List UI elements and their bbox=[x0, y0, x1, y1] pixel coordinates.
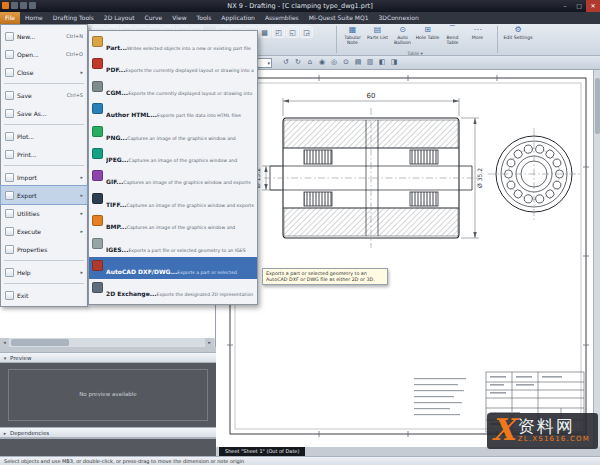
half-shade-right-icon[interactable]: ◨ bbox=[388, 56, 400, 69]
menu-separator bbox=[4, 124, 84, 125]
menu-view[interactable]: View bbox=[167, 12, 191, 24]
export-item-part[interactable]: Part...Writes selected objects into a ne… bbox=[89, 33, 257, 55]
tabular-note-button[interactable]: ▦ Tabular Note bbox=[340, 25, 365, 51]
undo-view-icon[interactable]: ↺ bbox=[280, 56, 292, 69]
view-quadrant-2-icon[interactable]: ◱ bbox=[286, 26, 299, 38]
menu-item-execute[interactable]: Execute ▸ bbox=[1, 222, 87, 240]
exit-icon bbox=[5, 291, 14, 300]
horizontal-scrollbar-thumb[interactable] bbox=[11, 339, 69, 346]
export-item-pdf[interactable]: PDF...Exports the currently displayed la… bbox=[89, 55, 257, 77]
window-controls: – □ ✕ bbox=[558, 0, 600, 12]
export-item-autocad-dxf-dwg[interactable]: AutoCAD DXF/DWG...Exports a part or sele… bbox=[89, 257, 257, 279]
view-quadrant-3-icon[interactable]: ◲ bbox=[300, 26, 313, 38]
help-icon bbox=[5, 268, 14, 277]
scroll-left-icon[interactable]: ◂ bbox=[0, 338, 9, 347]
menu-item-label: Save As... bbox=[17, 110, 81, 117]
table-group-buttons: ▦ Tabular Note ▤ Parts List ⊙ Auto Ballo… bbox=[340, 25, 490, 51]
menu-tools[interactable]: Tools bbox=[192, 12, 217, 24]
auto-balloon-button[interactable]: ⊙ Auto Balloon bbox=[390, 25, 415, 51]
more-button[interactable]: ⋯ More bbox=[465, 25, 490, 51]
menu-application[interactable]: Application bbox=[216, 12, 260, 24]
drafting-sheet[interactable]: 60 Ø 35.2 Ø 15.2 bbox=[216, 70, 600, 447]
auto-balloon-icon: ⊙ bbox=[390, 25, 415, 35]
menu-3dconnexion[interactable]: 3DConnexion bbox=[374, 12, 424, 24]
gif-icon bbox=[92, 170, 103, 181]
menu-item-export[interactable]: Export ▸ bbox=[1, 186, 87, 204]
watermark-site: ZL.XS1616.COM bbox=[518, 435, 590, 443]
scroll-right-icon[interactable]: ▸ bbox=[205, 338, 214, 347]
bend-table-label: Bend Table bbox=[440, 35, 465, 45]
menu-item-print[interactable]: Print... bbox=[1, 145, 87, 163]
vertical-scrollbar-thumb[interactable] bbox=[595, 78, 600, 134]
auto-balloon-label: Auto Balloon bbox=[390, 35, 415, 45]
export-item-cgm[interactable]: CGM...Exports the currently displayed la… bbox=[89, 78, 257, 100]
menu-file[interactable]: File bbox=[0, 12, 20, 24]
menu-item-import[interactable]: Import ▸ bbox=[1, 168, 87, 186]
section-view[interactable] bbox=[264, 108, 478, 248]
maximize-button[interactable]: □ bbox=[572, 0, 586, 12]
menu-item-new[interactable]: New... Ctrl+N bbox=[1, 27, 87, 45]
hole-table-button[interactable]: ⊞ Hole Table bbox=[415, 25, 440, 51]
menu-item-close[interactable]: Close ▸ bbox=[1, 63, 87, 81]
vertical-scrollbar[interactable] bbox=[593, 70, 600, 447]
menu-item-label: Execute bbox=[17, 228, 78, 235]
horizontal-scrollbar[interactable]: ◂ ▸ bbox=[0, 338, 216, 347]
display-mode-icon[interactable]: ▥ bbox=[364, 56, 376, 69]
half-shade-icon[interactable]: ◧ bbox=[376, 56, 388, 69]
menu-2d-layout[interactable]: 2D Layout bbox=[99, 12, 140, 24]
gear-icon: ⚙ bbox=[502, 25, 534, 35]
export-item-author-html[interactable]: Author HTML...Exports part file data int… bbox=[89, 100, 257, 122]
redo-view-icon[interactable]: ↻ bbox=[292, 56, 304, 69]
export-item-bmp[interactable]: BMP...Captures an image of the graphics … bbox=[89, 212, 257, 234]
menu-item-exit[interactable]: Exit bbox=[1, 286, 87, 304]
bend-table-button[interactable]: ⌒ Bend Table bbox=[440, 25, 465, 51]
dimension-length[interactable]: 60 bbox=[367, 92, 376, 100]
fit-view-icon[interactable]: ◉ bbox=[316, 56, 328, 69]
menu-separator bbox=[4, 283, 84, 284]
menu-item-label: Properties bbox=[17, 246, 81, 253]
layer-icon[interactable]: ▤ bbox=[352, 56, 364, 69]
collapse-icon: ▾ bbox=[0, 353, 10, 363]
menu-drafting-tools[interactable]: Drafting Tools bbox=[48, 12, 99, 24]
export-item-png[interactable]: PNG...Captures an image of the graphics … bbox=[89, 123, 257, 145]
menu-item-help[interactable]: Help ▸ bbox=[1, 263, 87, 281]
menu-assemblies[interactable]: Assemblies bbox=[260, 12, 304, 24]
minimize-button[interactable]: – bbox=[558, 0, 572, 12]
export-item-iges[interactable]: IGES...Exports a part file or selected g… bbox=[89, 235, 257, 257]
export-item-desc: Exports the currently displayed layout o… bbox=[106, 91, 252, 100]
menu-mi-quest[interactable]: Mi-Quest Suite MQ1 bbox=[304, 12, 374, 24]
dependencies-panel-header[interactable]: ▸Dependencies bbox=[0, 427, 216, 438]
export-item-label: BMP... bbox=[106, 223, 127, 230]
preview-panel-header[interactable]: ▾Preview bbox=[0, 352, 216, 363]
menu-item-open[interactable]: Open... Ctrl+O bbox=[1, 45, 87, 63]
pan-icon[interactable]: ⊙ bbox=[340, 56, 352, 69]
menu-home[interactable]: Home bbox=[20, 12, 48, 24]
dimension-outer-diameter[interactable]: Ø 35.2 bbox=[476, 168, 483, 188]
menu-curve[interactable]: Curve bbox=[140, 12, 168, 24]
menu-item-save-as[interactable]: Save As... bbox=[1, 104, 87, 122]
menu-item-utilities[interactable]: Utilities ▸ bbox=[1, 204, 87, 222]
zoom-icon[interactable]: ◎ bbox=[328, 56, 340, 69]
menu-item-plot[interactable]: Plot... bbox=[1, 127, 87, 145]
fill-pattern-icon[interactable]: ▩ bbox=[258, 26, 271, 38]
export-item-tiff[interactable]: TIFF...Captures an image of the graphics… bbox=[89, 190, 257, 212]
edit-settings-button[interactable]: ⚙ Edit Settings bbox=[502, 25, 534, 51]
export-item-2d-exchange[interactable]: 2D Exchange...Exports the designated 2D … bbox=[89, 279, 257, 301]
export-item-gif[interactable]: GIF...Captures an image of the graphics … bbox=[89, 167, 257, 189]
export-item-desc: Captures an image of the graphics window… bbox=[106, 203, 254, 212]
view-quadrant-1-icon[interactable]: ◰ bbox=[272, 26, 285, 38]
export-item-jpeg[interactable]: JPEG...Captures an image of the graphics… bbox=[89, 145, 257, 167]
edit-settings-label: Edit Settings bbox=[502, 35, 534, 40]
menu-item-label: Plot... bbox=[17, 133, 81, 140]
parts-list-button[interactable]: ▤ Parts List bbox=[365, 25, 390, 51]
submenu-arrow-icon: ▸ bbox=[80, 228, 83, 234]
graphics-window[interactable]: 60 Ø 35.2 Ø 15.2 bbox=[216, 70, 600, 447]
submenu-arrow-icon: ▸ bbox=[80, 192, 83, 198]
home-view-icon[interactable]: ⌂ bbox=[304, 56, 316, 69]
menu-item-properties[interactable]: Properties bbox=[1, 240, 87, 258]
export-item-label: PNG... bbox=[106, 134, 127, 141]
close-button[interactable]: ✕ bbox=[586, 0, 600, 12]
menu-item-save[interactable]: Save Ctrl+S bbox=[1, 86, 87, 104]
sheet-tab[interactable]: Sheet "Sheet 1" (Out of Date) bbox=[219, 447, 305, 456]
menu-shortcut: Ctrl+S bbox=[67, 92, 83, 98]
